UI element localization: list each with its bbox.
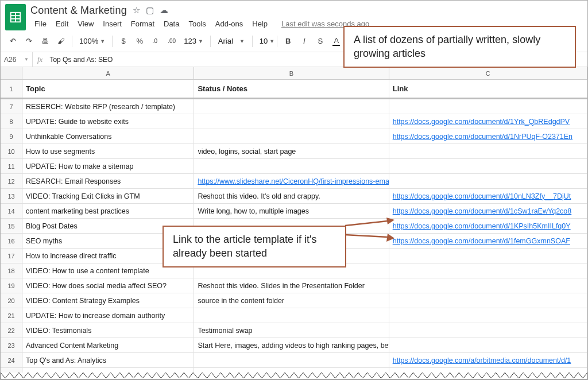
cell-status[interactable]: source in the content folder: [194, 293, 389, 308]
header-link[interactable]: Link: [389, 80, 587, 98]
row-header[interactable]: 14: [1, 204, 22, 218]
row-header[interactable]: 9: [1, 129, 22, 144]
cell-status[interactable]: Testimonial swap: [194, 323, 389, 338]
cell-topic[interactable]: content marketing best practices: [22, 204, 194, 218]
cell-topic[interactable]: How to use segments: [22, 144, 194, 158]
menu-help[interactable]: Help: [248, 18, 272, 30]
text-color-button[interactable]: A: [329, 34, 344, 49]
zoom-dropdown[interactable]: 100%▼: [76, 34, 109, 49]
cell-link[interactable]: https://docs.google.com/document/d/1NrPU…: [389, 129, 587, 144]
cell-link[interactable]: [389, 278, 587, 293]
cell-link[interactable]: https://docs.google.com/a/orbitmedia.com…: [389, 353, 587, 367]
column-header-b[interactable]: B: [194, 67, 389, 79]
cell-topic[interactable]: UPDATE: Guide to website exits: [22, 114, 194, 129]
undo-icon[interactable]: ↶: [5, 34, 20, 49]
cell-link[interactable]: https://docs.google.com/document/d/1cSw1…: [389, 204, 587, 218]
row-header[interactable]: 10: [1, 144, 22, 158]
row-header[interactable]: 22: [1, 323, 22, 338]
cell-topic[interactable]: Unthinkable Conversations: [22, 129, 194, 144]
bold-button[interactable]: B: [281, 34, 296, 49]
cell-status[interactable]: [194, 114, 389, 129]
menu-file[interactable]: File: [30, 18, 51, 30]
cell-status[interactable]: Write long, how to, multiple images: [194, 204, 389, 218]
cell-status[interactable]: [194, 308, 389, 323]
cell-topic[interactable]: VIDEO: Content Strategy Examples: [22, 293, 194, 308]
row-header[interactable]: 8: [1, 114, 22, 129]
menu-addons[interactable]: Add-ons: [211, 18, 247, 30]
header-status[interactable]: Status / Notes: [194, 80, 389, 98]
row-header[interactable]: 13: [1, 189, 22, 203]
row-header[interactable]: 11: [1, 159, 22, 173]
font-dropdown[interactable]: Arial▼: [214, 34, 249, 49]
row-header[interactable]: 16: [1, 234, 22, 248]
cell-topic[interactable]: RESERCH: Website RFP (research / templat…: [22, 99, 194, 114]
cell-topic[interactable]: RESARCH: Email Responses: [22, 174, 194, 188]
cell-link[interactable]: [389, 338, 587, 352]
menu-view[interactable]: View: [74, 18, 98, 30]
menu-insert[interactable]: Insert: [99, 18, 126, 30]
row-header[interactable]: 19: [1, 278, 22, 293]
row-header[interactable]: 12: [1, 174, 22, 188]
cell-link[interactable]: https://docs.google.com/document/d/1Yrk_…: [389, 114, 587, 129]
cell-topic[interactable]: UPDATE: How to increase domain authority: [22, 308, 194, 323]
cell-link[interactable]: [389, 99, 587, 114]
percent-button[interactable]: %: [132, 34, 147, 49]
menu-tools[interactable]: Tools: [184, 18, 210, 30]
cell-status[interactable]: Reshoot this video. It's old and crappy.: [194, 189, 389, 203]
menu-edit[interactable]: Edit: [52, 18, 72, 30]
cell-link[interactable]: https://docs.google.com/document/d/1KPsI…: [389, 219, 587, 233]
cell-status[interactable]: [194, 353, 389, 367]
paint-format-icon[interactable]: 🖌: [53, 34, 68, 49]
name-box[interactable]: A26 ▼: [1, 52, 33, 67]
print-icon[interactable]: 🖶: [37, 34, 52, 49]
cell-topic[interactable]: UPDATE: How to make a sitemap: [22, 159, 194, 173]
cell-topic[interactable]: Top Q's and As: Analytics: [22, 353, 194, 367]
cell-link[interactable]: [389, 144, 587, 158]
cloud-icon[interactable]: ☁: [160, 5, 168, 15]
cell-link[interactable]: [389, 323, 587, 338]
cell-topic[interactable]: Advanced Content Marketing: [22, 338, 194, 352]
cell-status[interactable]: https://www.slideshare.net/CiceronHQ/fir…: [194, 174, 389, 188]
row-header[interactable]: 24: [1, 353, 22, 367]
header-topic[interactable]: Topic: [22, 80, 194, 98]
row-header[interactable]: 23: [1, 338, 22, 352]
currency-button[interactable]: $: [116, 34, 131, 49]
cell-status[interactable]: [194, 99, 389, 114]
fontsize-dropdown[interactable]: 10▼: [256, 34, 273, 49]
more-formats-dropdown[interactable]: 123▼: [180, 34, 207, 49]
cell-topic[interactable]: VIDEO: Testimonials: [22, 323, 194, 338]
cell-link[interactable]: [389, 263, 587, 278]
cell-status[interactable]: Start Here, images, adding videos to hig…: [194, 338, 389, 352]
strikethrough-button[interactable]: S: [313, 34, 328, 49]
star-icon[interactable]: ☆: [133, 5, 140, 15]
row-header[interactable]: 21: [1, 308, 22, 323]
cell-link[interactable]: [389, 293, 587, 308]
decrease-decimal-button[interactable]: .0: [148, 34, 163, 49]
doc-title[interactable]: Content & Marketing: [30, 5, 127, 17]
cell-link[interactable]: [389, 159, 587, 173]
cell-link[interactable]: https://docs.google.com/document/d/10nLN…: [389, 189, 587, 203]
cell-link[interactable]: [389, 249, 587, 263]
cell-link[interactable]: https://docs.google.com/document/d/1femG…: [389, 234, 587, 248]
select-all-corner[interactable]: [1, 67, 22, 79]
redo-icon[interactable]: ↷: [21, 34, 36, 49]
row-header[interactable]: 17: [1, 249, 22, 263]
formula-input[interactable]: Top Qs and As: SEO: [47, 56, 113, 64]
cell-status[interactable]: Reshoot this video. Slides in the Presen…: [194, 278, 389, 293]
row-header[interactable]: 1: [1, 80, 22, 98]
column-header-c[interactable]: C: [389, 67, 587, 79]
row-header[interactable]: 18: [1, 263, 22, 278]
cell-status[interactable]: [194, 129, 389, 144]
sheets-icon[interactable]: [5, 4, 26, 30]
cell-status[interactable]: video, logins, social, start page: [194, 144, 389, 158]
cell-status[interactable]: [194, 159, 389, 173]
row-header[interactable]: 15: [1, 219, 22, 233]
cell-topic[interactable]: VIDEO: How does social media affect SEO?: [22, 278, 194, 293]
row-header[interactable]: 7: [1, 99, 22, 114]
row-header[interactable]: 20: [1, 293, 22, 308]
increase-decimal-button[interactable]: .00: [164, 34, 179, 49]
cell-link[interactable]: [389, 174, 587, 188]
menu-format[interactable]: Format: [127, 18, 158, 30]
italic-button[interactable]: I: [297, 34, 312, 49]
cell-topic[interactable]: VIDEO: Tracking Exit Clicks in GTM: [22, 189, 194, 203]
